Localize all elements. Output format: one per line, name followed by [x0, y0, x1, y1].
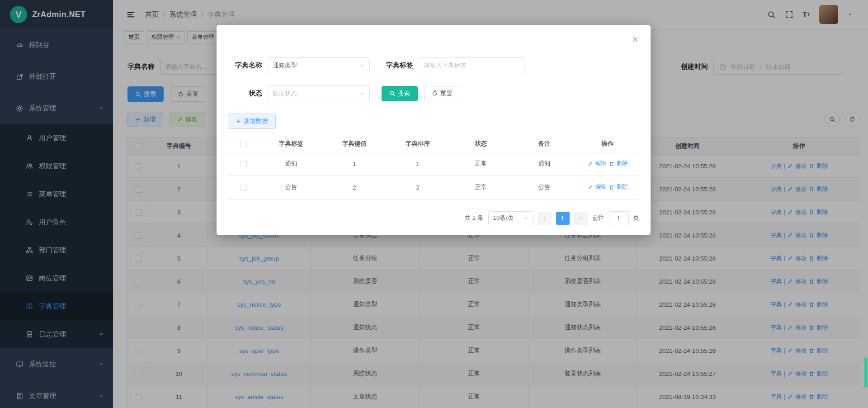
edit-pencil-icon	[588, 185, 593, 190]
add-data-button-label: 新增数据	[244, 117, 268, 125]
dlg-cell-ops: 编辑 删除	[576, 176, 639, 199]
page-size-select[interactable]: 10条/页	[488, 211, 533, 225]
dlg-header-value: 字典键值	[323, 136, 386, 152]
goto-label: 前往	[592, 214, 604, 222]
scrollbar-thumb[interactable]	[864, 357, 868, 388]
status-select-placeholder: 数据状态	[273, 90, 297, 98]
edit-pencil-icon	[588, 161, 593, 166]
dialog-reset-label: 重置	[440, 90, 453, 98]
dlg-cell-remark: 通知	[513, 152, 576, 176]
dlg-row-delete-link[interactable]: 删除	[617, 160, 628, 167]
dlg-cell-ops: 编辑 删除	[576, 152, 639, 176]
dialog-table-header-row: 字典标签 字典键值 字典排序 状态 备注 操作	[228, 136, 639, 152]
dlg-row-checkbox[interactable]	[241, 185, 247, 191]
prev-page-button[interactable]: ‹	[538, 212, 552, 225]
dlg-row-actions: 编辑 删除	[588, 183, 628, 191]
dict-label-input[interactable]	[419, 57, 524, 73]
chevron-down-icon	[524, 216, 528, 221]
dialog-table-row: 通知 1 1 正常 通知 编辑 删除	[228, 152, 639, 176]
dlg-header-remark: 备注	[513, 136, 576, 152]
dialog-search-button[interactable]: 搜索	[382, 86, 418, 101]
chevron-down-icon	[359, 63, 365, 68]
trash-icon	[609, 161, 614, 166]
dict-type-select-value: 通知类型	[273, 62, 297, 70]
dialog-filter-form: 字典名称 通知类型 字典标签 状态 数据状态 搜索 重置	[228, 57, 639, 101]
dlg-cell-remark: 公告	[513, 176, 576, 199]
dlg-cell-status: 正常	[449, 152, 513, 176]
current-page-button[interactable]: 1	[556, 212, 570, 225]
pagination-total: 共 2 条	[464, 214, 483, 222]
dlg-cell-value: 1	[323, 152, 386, 176]
dialog-table-row: 公告 2 2 正常 公告 编辑 删除	[228, 176, 639, 199]
dialog-close-icon[interactable]	[632, 36, 639, 43]
dialog-search-label: 搜索	[398, 90, 410, 98]
dlg-dict-name-label: 字典名称	[228, 61, 268, 70]
dlg-cell-sort: 1	[386, 152, 449, 176]
dlg-header-status: 状态	[449, 136, 513, 152]
dlg-row-checkbox[interactable]	[241, 161, 247, 167]
dlg-row-checkbox-cell	[228, 152, 259, 176]
dlg-cell-label: 公告	[259, 176, 323, 199]
dict-data-table: 字典标签 字典键值 字典排序 状态 备注 操作 通知 1 1 正常 通知 编辑	[228, 136, 639, 199]
goto-page-input[interactable]	[609, 211, 629, 225]
dlg-status-label: 状态	[228, 89, 268, 98]
dict-data-dialog: 字典名称 通知类型 字典标签 状态 数据状态 搜索 重置	[217, 25, 651, 235]
dlg-header-sort: 字典排序	[386, 136, 449, 152]
chevron-down-icon	[359, 91, 365, 96]
dlg-cell-value: 2	[323, 176, 386, 199]
add-data-button[interactable]: 新增数据	[228, 114, 276, 129]
dlg-cell-sort: 2	[386, 176, 449, 199]
dict-type-select[interactable]: 通知类型	[268, 57, 370, 73]
dlg-cell-label: 通知	[259, 152, 323, 176]
dlg-row-actions: 编辑 删除	[588, 160, 628, 167]
dlg-select-all-checkbox[interactable]	[241, 141, 247, 147]
status-select[interactable]: 数据状态	[268, 85, 370, 101]
dlg-dict-label-label: 字典标签	[370, 61, 419, 70]
dlg-row-edit-link[interactable]: 编辑	[595, 160, 607, 167]
dlg-row-delete-link[interactable]: 删除	[617, 183, 628, 191]
trash-icon	[609, 185, 614, 190]
dialog-reset-button[interactable]: 重置	[424, 86, 460, 101]
dlg-header-ops: 操作	[576, 136, 639, 152]
pagination: 共 2 条 10条/页 ‹ 1 › 前往 页	[228, 211, 639, 225]
dlg-row-edit-link[interactable]: 编辑	[595, 183, 607, 191]
dlg-row-checkbox-cell	[228, 176, 259, 199]
goto-unit: 页	[633, 214, 640, 222]
dlg-cell-status: 正常	[449, 176, 513, 199]
dlg-header-label: 字典标签	[259, 136, 323, 152]
page-size-value: 10条/页	[493, 214, 514, 222]
next-page-button[interactable]: ›	[574, 212, 588, 225]
dlg-header-checkbox-cell	[228, 136, 259, 152]
